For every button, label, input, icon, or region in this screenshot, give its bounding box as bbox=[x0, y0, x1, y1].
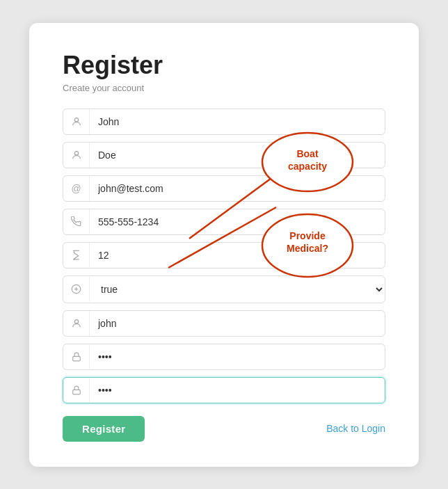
last-name-field bbox=[63, 142, 385, 168]
register-button[interactable]: Register bbox=[63, 416, 145, 442]
svg-point-5 bbox=[74, 319, 78, 323]
lock-icon bbox=[63, 345, 90, 369]
password-input[interactable] bbox=[90, 344, 385, 369]
first-name-input[interactable] bbox=[90, 109, 385, 134]
confirm-password-input[interactable] bbox=[90, 378, 385, 403]
back-to-login-link[interactable]: Back to Login bbox=[326, 423, 385, 434]
email-field: @ bbox=[63, 175, 385, 202]
person-icon bbox=[63, 109, 90, 134]
capacity-field bbox=[63, 242, 385, 268]
register-card: Register Create your account @ bbox=[29, 23, 419, 467]
svg-point-0 bbox=[74, 118, 78, 121]
medical-field: true false bbox=[63, 275, 385, 303]
svg-rect-7 bbox=[72, 390, 80, 394]
medical-select[interactable]: true false bbox=[90, 276, 385, 303]
at-icon: @ bbox=[63, 176, 90, 201]
hourglass-icon bbox=[63, 243, 90, 267]
email-input[interactable] bbox=[90, 176, 385, 201]
capacity-input[interactable] bbox=[90, 243, 385, 268]
phone-icon bbox=[63, 209, 90, 234]
svg-rect-6 bbox=[72, 356, 80, 360]
person-icon-3 bbox=[63, 311, 90, 336]
person-icon-2 bbox=[63, 143, 90, 168]
page-title: Register bbox=[63, 51, 385, 80]
password-field bbox=[63, 344, 385, 370]
subtitle: Create your account bbox=[63, 83, 385, 93]
lock-icon-2 bbox=[63, 378, 90, 402]
plus-circle-icon bbox=[63, 277, 90, 301]
confirm-password-field bbox=[63, 377, 385, 403]
form-actions: Register Back to Login bbox=[63, 416, 385, 442]
phone-input[interactable] bbox=[90, 209, 385, 234]
username-field bbox=[63, 310, 385, 337]
first-name-field bbox=[63, 109, 385, 135]
username-input[interactable] bbox=[90, 311, 385, 336]
svg-point-1 bbox=[74, 151, 78, 154]
last-name-input[interactable] bbox=[90, 143, 385, 168]
phone-field bbox=[63, 209, 385, 235]
